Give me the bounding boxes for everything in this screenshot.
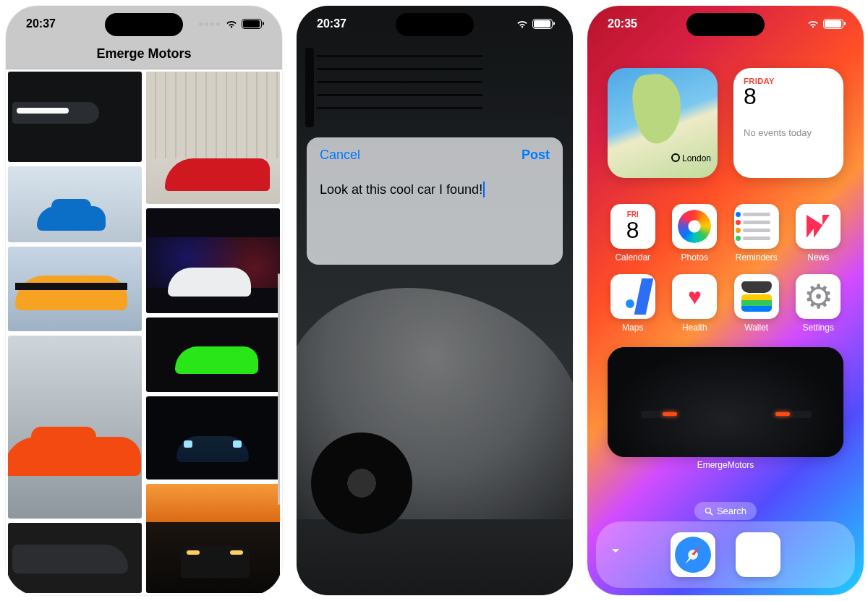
gallery-item[interactable] <box>8 523 142 593</box>
maps-icon <box>610 274 655 319</box>
calendar-widget[interactable]: FRIDAY 8 No events today Calendar <box>733 68 843 178</box>
phone-gallery-screen: 20:37 Emerge Motors <box>6 6 282 595</box>
phone-share-screen: 20:37 Cancel Post Look at this cool car … <box>297 6 573 595</box>
maps-widget[interactable]: London Maps <box>608 68 718 178</box>
app-label: Reminders <box>736 252 778 263</box>
gallery-item[interactable] <box>146 72 280 204</box>
gallery-item[interactable] <box>146 208 280 313</box>
compose-textfield[interactable]: Look at this cool car I found! <box>320 182 485 197</box>
app-maps[interactable]: Maps <box>610 274 655 333</box>
settings-icon: ⚙ <box>796 274 841 319</box>
wifi-icon <box>225 20 238 28</box>
calendar-events-text: No events today <box>744 127 833 138</box>
post-button[interactable]: Post <box>522 148 550 163</box>
dynamic-island <box>396 13 474 36</box>
reminders-icon <box>734 204 779 249</box>
app-calendar[interactable]: FRI 8 Calendar <box>610 204 655 263</box>
app-grid: FRI 8 Calendar Photos Reminders News Map… <box>602 204 849 333</box>
widget-label: EmergeMotors <box>587 460 864 470</box>
app-health[interactable]: ♥ Health <box>672 274 717 333</box>
gallery-item[interactable] <box>146 396 280 479</box>
status-time: 20:35 <box>608 17 651 30</box>
text-cursor <box>483 182 485 197</box>
scrollbar[interactable] <box>278 273 280 505</box>
app-photos[interactable]: Photos <box>672 204 717 263</box>
dynamic-island <box>686 13 765 36</box>
dock <box>596 521 855 588</box>
wifi-icon <box>807 20 820 28</box>
status-time: 20:37 <box>317 17 360 30</box>
app-label: Health <box>682 323 707 333</box>
health-icon: ♥ <box>672 274 717 319</box>
gallery-item[interactable] <box>146 317 280 392</box>
app-label: Wallet <box>744 323 768 333</box>
app-wallet[interactable]: Wallet <box>734 274 779 333</box>
svg-line-1 <box>710 512 712 514</box>
app-safari[interactable] <box>671 532 715 577</box>
app-messages[interactable] <box>736 532 780 577</box>
app-news[interactable]: News <box>796 204 841 263</box>
app-reminders[interactable]: Reminders <box>734 204 779 263</box>
gallery-item[interactable] <box>8 72 142 162</box>
app-label: Calendar <box>615 252 650 263</box>
gallery-item[interactable] <box>146 484 280 593</box>
search-label: Search <box>717 506 746 516</box>
app-label: News <box>807 252 829 263</box>
search-icon <box>705 507 713 516</box>
spotlight-search-button[interactable]: Search <box>694 502 757 520</box>
gallery-item[interactable] <box>8 336 142 519</box>
app-label: Maps <box>622 323 643 333</box>
wifi-icon <box>516 20 529 28</box>
news-icon <box>796 204 841 249</box>
cell-dots-icon <box>199 22 221 26</box>
wallet-icon <box>734 274 779 319</box>
app-label: Photos <box>681 252 708 263</box>
app-settings[interactable]: ⚙ Settings <box>796 274 841 333</box>
status-time: 20:37 <box>26 17 69 30</box>
calendar-icon: FRI 8 <box>610 204 655 249</box>
gallery-item[interactable] <box>8 247 142 331</box>
gallery-grid[interactable] <box>6 69 282 595</box>
background-image <box>297 6 573 595</box>
photos-icon <box>672 204 717 249</box>
cancel-button[interactable]: Cancel <box>320 148 360 163</box>
compose-text: Look at this cool car I found! <box>320 182 482 197</box>
maps-pin-label: London <box>671 153 711 163</box>
app-label: Settings <box>803 323 834 333</box>
emergemotors-widget[interactable] <box>608 347 843 457</box>
dynamic-island <box>105 13 183 36</box>
battery-icon <box>823 19 843 29</box>
calendar-daynum: 8 <box>744 83 833 110</box>
gallery-item[interactable] <box>8 166 142 242</box>
nav-title: Emerge Motors <box>96 46 191 61</box>
battery-icon <box>242 19 262 29</box>
phone-home-screen: 20:35 London Maps FRIDAY 8 No events tod… <box>587 6 864 595</box>
battery-icon <box>532 19 553 29</box>
compose-sheet: Cancel Post Look at this cool car I foun… <box>307 137 563 265</box>
